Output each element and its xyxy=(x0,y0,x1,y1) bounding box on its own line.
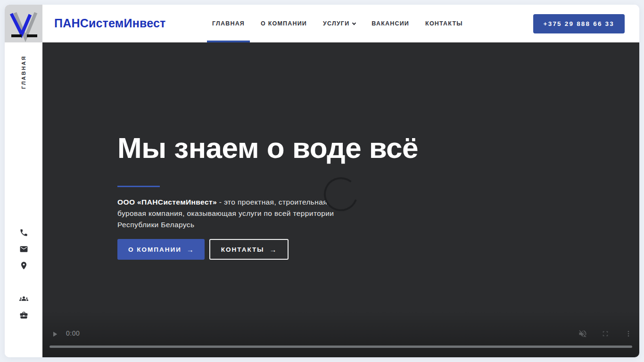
nav-item-label: ВАКАНСИИ xyxy=(372,20,409,27)
company-logo[interactable] xyxy=(5,5,42,42)
play-button-icon[interactable] xyxy=(50,330,59,338)
nav-item-kontakty[interactable]: КОНТАКТЫ xyxy=(425,5,463,42)
hero-buttons-row: О КОМПАНИИ → КОНТАКТЫ → xyxy=(117,239,289,260)
hero-title: Мы знаем о воде всё xyxy=(117,132,418,164)
v-drill-logo-icon xyxy=(5,5,42,42)
nav-item-label: КОНТАКТЫ xyxy=(425,20,463,27)
more-options-kebab-icon[interactable] xyxy=(625,329,632,338)
briefcase-icon[interactable] xyxy=(19,311,28,320)
hero-description: ООО «ПАНСистемИнвест» - это проектная, с… xyxy=(117,197,355,230)
nav-item-uslugi[interactable]: УСЛУГИ xyxy=(323,5,355,42)
header: ПАНСистемИнвест ГЛАВНАЯ О КОМПАНИИ УСЛУГ… xyxy=(42,5,639,42)
sidebar-section-label-text: ГЛАВНАЯ xyxy=(21,55,26,89)
main-card: Мы знаем о воде всё ООО «ПАНСистемИнвест… xyxy=(5,5,639,357)
nav-item-label: ГЛАВНАЯ xyxy=(212,20,245,27)
contacts-button-label: КОНТАКТЫ xyxy=(221,246,264,253)
video-loading-spinner-icon xyxy=(322,175,360,213)
arrow-right-icon: → xyxy=(270,246,277,254)
main-navigation: ГЛАВНАЯ О КОМПАНИИ УСЛУГИ ВАКАНСИИ КОНТА… xyxy=(212,5,463,42)
video-current-time: 0:00 xyxy=(66,329,80,337)
about-company-button[interactable]: О КОМПАНИИ → xyxy=(117,239,205,260)
video-controls-gradient xyxy=(42,310,639,357)
nav-item-o-kompanii[interactable]: О КОМПАНИИ xyxy=(261,5,307,42)
users-icon[interactable] xyxy=(19,294,28,303)
muted-volume-icon[interactable] xyxy=(578,329,587,338)
about-company-button-label: О КОМПАНИИ xyxy=(128,246,182,253)
left-sidebar: ГЛАВНАЯ xyxy=(5,5,42,357)
phone-icon[interactable] xyxy=(19,228,28,237)
location-pin-icon[interactable] xyxy=(19,261,28,270)
hero-description-bold: ООО «ПАНСистемИнвест» xyxy=(117,198,217,206)
video-progress-bar[interactable] xyxy=(50,346,632,348)
contacts-button[interactable]: КОНТАКТЫ → xyxy=(209,239,289,260)
fullscreen-icon[interactable] xyxy=(601,329,610,338)
phone-number-button[interactable]: +375 29 888 66 33 xyxy=(533,14,625,33)
sidebar-section-label: ГЛАВНАЯ xyxy=(5,53,42,91)
nav-item-glavnaya[interactable]: ГЛАВНАЯ xyxy=(212,5,245,42)
sidebar-quick-links xyxy=(5,228,42,320)
arrow-right-icon: → xyxy=(187,246,194,254)
brand-name[interactable]: ПАНСистемИнвест xyxy=(54,16,166,30)
nav-item-label: О КОМПАНИИ xyxy=(261,20,307,27)
nav-item-vakansii[interactable]: ВАКАНСИИ xyxy=(372,5,409,42)
envelope-icon[interactable] xyxy=(19,245,28,254)
hero-divider xyxy=(117,186,160,187)
hero-video-section: Мы знаем о воде всё ООО «ПАНСистемИнвест… xyxy=(42,42,639,357)
nav-item-label: УСЛУГИ xyxy=(323,20,349,27)
chevron-down-icon xyxy=(352,21,356,25)
